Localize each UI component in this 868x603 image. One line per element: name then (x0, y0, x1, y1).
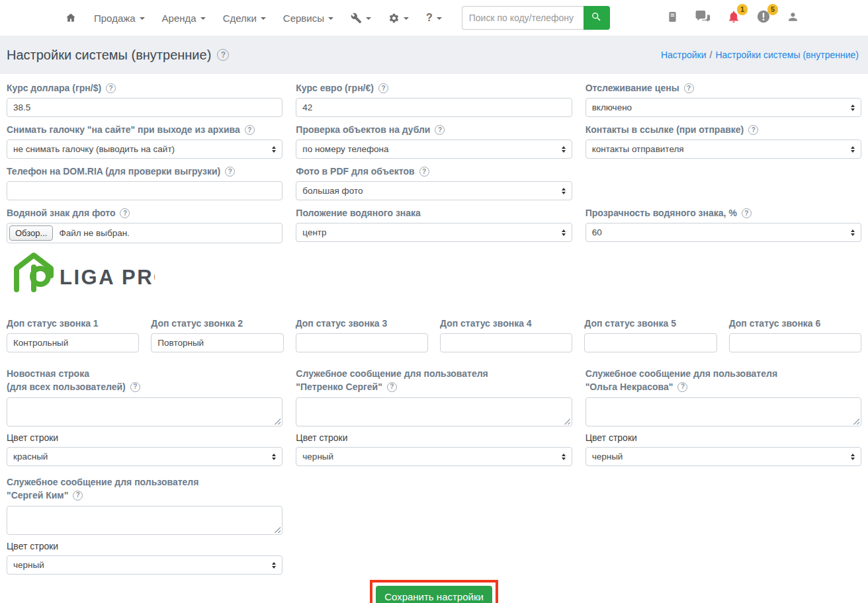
page-title-text: Настройки системы (внутренние) (7, 48, 211, 63)
help-icon[interactable]: ? (73, 491, 83, 501)
call-status-3-input[interactable] (296, 333, 428, 352)
domria-phone-input[interactable] (7, 181, 282, 200)
help-icon[interactable]: ? (217, 49, 229, 61)
breadcrumb-separator: / (710, 50, 713, 60)
save-settings-button[interactable]: Сохранить настройки (376, 586, 492, 603)
news-line-textarea[interactable] (7, 397, 282, 426)
help-icon[interactable]: ? (387, 382, 397, 392)
help-icon[interactable]: ? (130, 382, 140, 392)
help-icon[interactable]: ? (120, 208, 130, 218)
field-duplicates-check: Проверка объектов на дубли ? по номеру т… (296, 124, 572, 159)
price-tracking-select[interactable]: включено (586, 98, 861, 117)
help-icon[interactable]: ? (245, 125, 255, 135)
watermark-opacity-select[interactable]: 60 (586, 223, 861, 242)
field-label: Водяной знак для фото ? (7, 208, 282, 219)
search-group (462, 6, 610, 30)
message-olga-textarea[interactable] (586, 397, 861, 426)
alerts-button[interactable]: 5 (756, 9, 771, 26)
help-icon[interactable]: ? (378, 83, 388, 93)
chevron-down-icon (404, 17, 409, 20)
select-arrows-icon (851, 454, 855, 460)
petrenko-color-select[interactable]: черный (296, 447, 572, 466)
nav-home[interactable] (65, 12, 77, 24)
archive-flag-select[interactable]: не снимать галочку (выводить на сайт) (7, 140, 282, 159)
duplicates-check-select[interactable]: по номеру телефона (296, 140, 572, 159)
help-icon[interactable]: ? (748, 125, 758, 135)
nav-menu-sale-label: Продажа (94, 13, 136, 24)
row-color-label: Цвет строки (586, 432, 861, 443)
field-call-status-1: Доп статус звонка 1 (7, 318, 139, 352)
help-icon[interactable]: ? (677, 382, 687, 392)
breadcrumb-settings-link[interactable]: Настройки (661, 50, 707, 60)
selected-value: центр (302, 227, 326, 237)
field-pdf-photo: Фото в PDF для объектов ? большая фото (296, 166, 572, 200)
field-watermark-opacity: Прозрачность водяного знака, % ? 60 (586, 208, 861, 243)
nav-menu-rent[interactable]: Аренда (162, 13, 206, 24)
selected-value: черный (302, 452, 333, 462)
field-label: Проверка объектов на дубли ? (296, 124, 572, 136)
profile-button[interactable] (787, 11, 799, 26)
call-status-1-input[interactable] (7, 333, 139, 352)
help-icon[interactable]: ? (106, 83, 116, 93)
bell-badge: 1 (737, 4, 748, 15)
usd-rate-input[interactable] (7, 98, 282, 117)
field-label: Фото в PDF для объектов ? (296, 166, 572, 177)
field-call-status-6: Доп статус звонка 6 (729, 318, 861, 352)
select-arrows-icon (272, 146, 276, 153)
nav-menu-help[interactable]: ? (426, 12, 442, 24)
nav-menu-rent-label: Аренда (162, 13, 196, 24)
nav-menu-sale[interactable]: Продажа (94, 13, 145, 24)
kim-color-select[interactable]: черный (7, 555, 282, 575)
call-status-5-input[interactable] (584, 333, 716, 352)
field-label: Служебное сообщение для пользователя "Пе… (296, 367, 572, 393)
row-color-label: Цвет строки (7, 541, 282, 551)
field-call-status-2: Доп статус звонка 2 (151, 318, 283, 352)
notifications-button[interactable]: 1 (727, 9, 740, 26)
messages-button[interactable] (695, 9, 711, 26)
watermark-position-select[interactable]: центр (296, 223, 572, 242)
field-label: Новостная строка (для всех пользователей… (7, 367, 282, 393)
selected-value: 60 (592, 227, 602, 237)
gear-icon (388, 13, 400, 24)
search-input[interactable] (462, 6, 584, 30)
user-icon (787, 11, 799, 26)
logo-text: LIGA PRO (60, 266, 155, 289)
help-icon[interactable]: ? (684, 83, 694, 93)
help-icon[interactable]: ? (419, 167, 429, 177)
question-icon: ? (426, 12, 433, 24)
help-icon[interactable]: ? (742, 208, 752, 218)
nav-menu-tools[interactable] (351, 13, 371, 24)
browse-button[interactable]: Обзор... (9, 225, 53, 241)
field-label: Отслеживание цены ? (586, 83, 861, 94)
nav-menu-settings[interactable] (388, 13, 409, 24)
field-label: Телефон на DOM.RIA (для проверки выгрузк… (7, 166, 282, 177)
navbar-right-icons: 1 5 (666, 9, 799, 26)
field-watermark-file: Водяной знак для фото ? Обзор... Файл не… (7, 208, 282, 243)
help-icon[interactable]: ? (225, 167, 235, 177)
pdf-photo-select[interactable]: большая фото (296, 181, 572, 200)
page-header: Настройки системы (внутренние) ? Настрой… (0, 36, 868, 74)
help-icon[interactable]: ? (435, 125, 445, 135)
chevron-down-icon (140, 17, 145, 20)
message-kim-textarea[interactable] (7, 506, 282, 535)
call-status-2-input[interactable] (151, 333, 283, 352)
field-contacts-link: Контакты в ссылке (при отправке) ? конта… (586, 124, 861, 159)
nav-menu-deals[interactable]: Сделки (223, 13, 266, 24)
page-title: Настройки системы (внутренние) ? (7, 48, 229, 63)
contacts-link-select[interactable]: контакты отправителя (586, 140, 861, 159)
journal-icon (666, 10, 679, 26)
call-status-6-input[interactable] (729, 333, 861, 352)
message-petrenko-textarea[interactable] (296, 397, 572, 426)
select-arrows-icon (851, 104, 855, 111)
search-button[interactable] (584, 6, 610, 30)
select-arrows-icon (851, 229, 855, 236)
news-color-select[interactable]: красный (7, 447, 282, 466)
eur-rate-input[interactable] (296, 98, 572, 117)
field-label: Положение водяного знака (296, 208, 572, 219)
breadcrumb-current-link[interactable]: Настройки системы (внутренние) (715, 50, 859, 60)
select-arrows-icon (562, 146, 566, 153)
call-status-4-input[interactable] (440, 333, 572, 352)
nav-menu-services[interactable]: Сервисы (283, 13, 333, 24)
journal-button[interactable] (666, 10, 679, 26)
olga-color-select[interactable]: черный (586, 447, 861, 466)
